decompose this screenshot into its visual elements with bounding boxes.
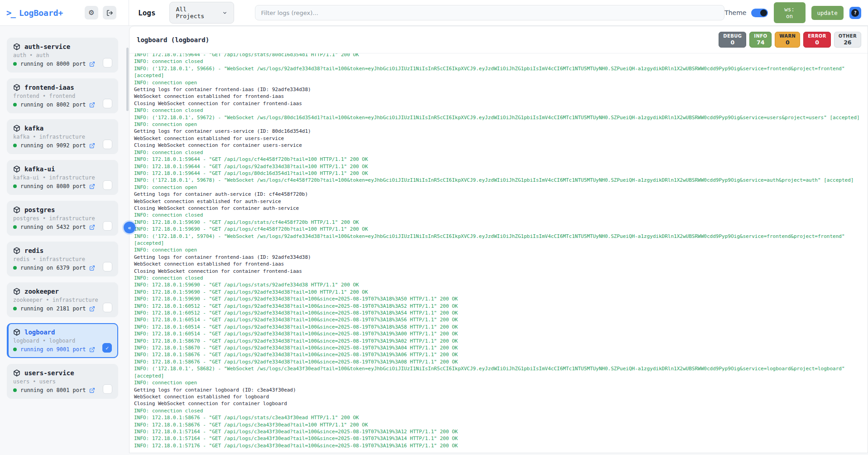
service-subtitle: redis • infrastructure — [13, 256, 112, 262]
service-card[interactable]: users-service users • users running on 8… — [7, 364, 118, 399]
service-subtitle: logboard • logboard — [13, 338, 112, 344]
logout-icon — [106, 10, 113, 16]
service-status-row: running on 8080 port — [13, 183, 112, 189]
filter-logs-input[interactable] — [255, 5, 724, 20]
package-box-icon — [13, 125, 20, 132]
log-level-badge: INFO 74 — [749, 32, 772, 48]
help-button[interactable]: ? — [849, 7, 861, 19]
service-name: postgres — [24, 206, 55, 213]
service-status-row: running on 8000 port — [13, 61, 112, 67]
service-name-row: logboard — [13, 329, 112, 336]
package-box-icon — [13, 84, 20, 91]
log-line: Getting logs for container users-service… — [134, 128, 864, 135]
service-status-text: running on 9092 port — [20, 142, 86, 149]
external-link-icon[interactable] — [89, 224, 95, 230]
log-line: Getting logs for container auth-service … — [134, 191, 864, 198]
log-line: Getting logs for container frontend-iaas… — [134, 86, 864, 93]
service-name-row: kafka — [13, 125, 112, 132]
chevron-down-icon — [222, 10, 227, 15]
external-link-icon[interactable] — [89, 347, 95, 353]
running-status-dot — [13, 62, 17, 66]
service-card[interactable]: zookeeper zookeeper • infrastructure run… — [7, 282, 118, 317]
service-select-checkbox[interactable] — [103, 384, 112, 394]
log-line: Closing WebSocket connection for contain… — [134, 142, 864, 149]
service-card[interactable]: logboard logboard • logboard running on … — [7, 323, 118, 358]
service-card[interactable]: kafka-ui kafka-ui • infrastructure runni… — [7, 160, 118, 195]
websocket-status-button[interactable]: ws: on — [774, 2, 806, 23]
log-line: WebSocket connection established for log… — [134, 393, 864, 400]
service-subtitle: postgres • infrastructure — [13, 215, 112, 222]
service-name: users-service — [24, 369, 74, 377]
service-card[interactable]: auth-service auth • auth running on 8000… — [7, 38, 118, 73]
service-card[interactable]: frontend-iaas frontend • frontend runnin… — [7, 78, 118, 113]
service-name-row: redis — [13, 247, 112, 254]
log-line: INFO: connection closed — [134, 107, 864, 114]
service-select-checkbox[interactable] — [103, 303, 112, 312]
brand-zone: >_ LogBoard+ ⚙ — [0, 0, 129, 25]
log-output-area[interactable]: INFO: 172.18.0.1:59644 - "GET /api/logs/… — [129, 53, 868, 453]
service-subtitle: auth • auth — [13, 52, 112, 58]
service-status-text: running on 5432 port — [20, 224, 86, 230]
service-select-checkbox[interactable] — [103, 58, 112, 68]
external-link-icon[interactable] — [89, 102, 95, 108]
badge-count: 0 — [779, 39, 796, 46]
log-line: INFO: 172.18.0.1:60514 - "GET /api/logs/… — [134, 324, 864, 330]
external-link-icon[interactable] — [89, 306, 95, 312]
log-line: Getting logs for container frontend-iaas… — [134, 254, 864, 261]
service-status-row: running on 5432 port — [13, 224, 112, 230]
service-select-checkbox[interactable] — [103, 262, 112, 271]
external-link-icon[interactable] — [89, 265, 95, 271]
service-subtitle: frontend • frontend — [13, 93, 112, 99]
badge-count: 74 — [754, 39, 767, 46]
service-select-checkbox[interactable] — [102, 343, 112, 353]
service-status-text: running on 2181 port — [20, 305, 86, 312]
service-name-row: users-service — [13, 369, 112, 377]
log-line: INFO: connection closed — [134, 407, 864, 414]
log-line: INFO: connection open — [134, 379, 864, 386]
update-button[interactable]: update — [811, 6, 844, 20]
external-link-icon[interactable] — [89, 184, 95, 189]
running-status-dot — [13, 225, 17, 229]
log-line: INFO: ('172.18.0.1', 58682) - "WebSocket… — [134, 365, 864, 379]
project-select-dropdown[interactable]: All Projects — [169, 2, 235, 24]
external-link-icon[interactable] — [89, 387, 95, 393]
badge-count: 0 — [723, 39, 742, 46]
log-line: INFO: 172.18.0.1:59644 - "GET /api/logs/… — [134, 53, 864, 58]
log-line: Closing WebSocket connection for contain… — [134, 205, 864, 212]
sidebar-scrollbar-thumb[interactable] — [126, 48, 129, 111]
question-mark-icon: ? — [851, 9, 859, 17]
collapse-sidebar-button[interactable]: « — [124, 222, 135, 233]
service-select-checkbox[interactable] — [103, 221, 112, 231]
page-title: Logs — [138, 9, 156, 17]
theme-toggle[interactable] — [751, 9, 767, 17]
running-status-dot — [13, 307, 17, 310]
service-select-checkbox[interactable] — [103, 99, 112, 108]
log-line: INFO: 172.18.0.1:59644 - "GET /api/logs/… — [134, 170, 864, 177]
logout-button[interactable] — [103, 6, 116, 19]
log-line: INFO: 172.18.0.1:58676 - "GET /api/logs/… — [134, 414, 864, 421]
running-status-dot — [13, 103, 17, 106]
log-line: INFO: 172.18.0.1:60512 - "GET /api/logs/… — [134, 310, 864, 316]
external-link-icon[interactable] — [89, 143, 95, 149]
service-status-row: running on 8002 port — [13, 102, 112, 108]
external-link-icon[interactable] — [89, 61, 95, 67]
project-select-label: All Projects — [176, 6, 218, 19]
service-select-checkbox[interactable] — [103, 140, 112, 149]
package-box-icon — [13, 369, 20, 377]
header-right-tools: Theme ws: on update ? — [724, 2, 868, 23]
badge-count: 0 — [808, 39, 826, 46]
service-card[interactable]: redis redis • infrastructure running on … — [7, 242, 118, 276]
service-card[interactable]: kafka kafka • infrastructure running on … — [7, 119, 118, 154]
service-select-checkbox[interactable] — [103, 180, 112, 190]
log-line: INFO: 172.18.0.1:58676 - "GET /api/logs/… — [134, 421, 864, 428]
settings-button[interactable]: ⚙ — [85, 6, 98, 19]
badge-label: WARN — [779, 34, 796, 39]
log-line: Closing WebSocket connection for contain… — [134, 400, 864, 407]
service-card[interactable]: postgres postgres • infrastructure runni… — [7, 201, 118, 236]
log-line: INFO: 172.18.0.1:57164 - "GET /api/logs/… — [134, 435, 864, 442]
log-line: INFO: ('172.18.0.1', 59704) - "WebSocket… — [134, 233, 864, 247]
log-line: INFO: ('172.18.0.1', 59672) - "WebSocket… — [134, 114, 864, 121]
service-subtitle: users • users — [13, 378, 112, 385]
running-status-dot — [13, 144, 17, 147]
log-line: INFO: 172.18.0.1:58676 - "GET /api/logs/… — [134, 358, 864, 365]
